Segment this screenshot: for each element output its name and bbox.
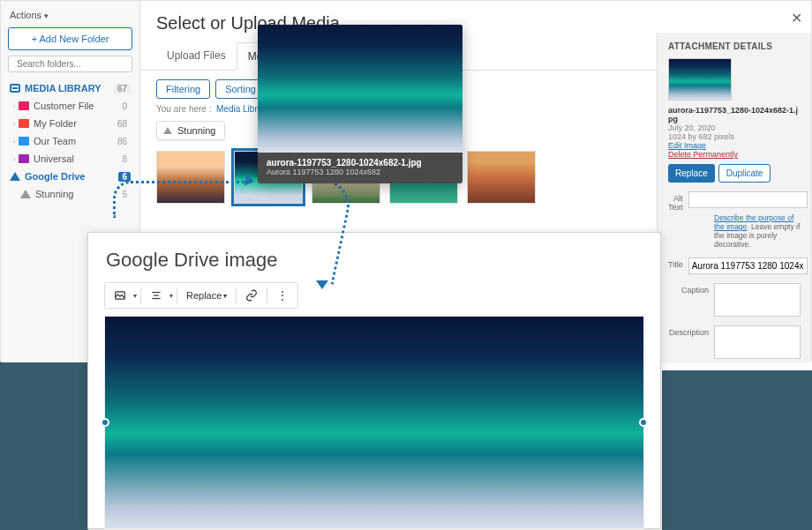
- replace-button[interactable]: Replace: [668, 164, 715, 183]
- attachment-dimensions: 1024 by 682 pixels: [668, 132, 801, 141]
- delete-permanently-link[interactable]: Delete Permanently: [668, 150, 801, 159]
- add-new-folder-button[interactable]: + Add New Folder: [8, 27, 132, 50]
- folder-icon: [19, 154, 29, 163]
- svg-rect-3: [152, 298, 160, 299]
- annotation-arrowhead-icon: [316, 280, 328, 289]
- folder-my-folder[interactable]: ›My Folder68: [8, 115, 132, 132]
- filtering-button[interactable]: Filtering: [156, 79, 210, 99]
- description-label: Description: [668, 325, 714, 337]
- folder-icon: [19, 137, 29, 146]
- block-toolbar: ▾ ▾ Replace ⋮: [104, 282, 298, 309]
- resize-handle-left[interactable]: [101, 418, 109, 427]
- media-thumbnail[interactable]: [156, 151, 225, 204]
- preview-filename: aurora-1197753_1280-1024x682-1.jpg: [267, 158, 454, 168]
- attachment-details-panel: ATTACHMENT DETAILS aurora-1197753_1280-1…: [657, 33, 811, 362]
- inserted-image[interactable]: [104, 316, 644, 529]
- resize-handle-right[interactable]: [639, 418, 648, 427]
- caption-label: Caption: [668, 283, 714, 295]
- tab-upload-files[interactable]: Upload Files: [156, 42, 237, 70]
- media-library-label: MEDIA LIBRARY: [25, 83, 102, 93]
- preview-image: [258, 25, 462, 153]
- svg-rect-1: [152, 292, 160, 293]
- folder-icon: [19, 101, 29, 110]
- attachment-details-heading: ATTACHMENT DETAILS: [668, 41, 801, 51]
- folder-customer-file[interactable]: ›Customer File0: [8, 97, 132, 115]
- folder-icon: [19, 119, 29, 128]
- link-button[interactable]: [240, 285, 263, 306]
- folder-stunning[interactable]: Stunning5: [8, 185, 132, 203]
- folder-universal[interactable]: ›Universal8: [8, 150, 132, 168]
- description-input[interactable]: [714, 325, 801, 359]
- google-drive-icon: [163, 127, 172, 134]
- media-library-root[interactable]: MEDIA LIBRARY 67: [8, 79, 132, 97]
- title-label: Title: [668, 258, 688, 269]
- google-drive-icon: [20, 190, 31, 198]
- title-input[interactable]: [688, 258, 808, 274]
- svg-rect-2: [154, 295, 159, 295]
- more-options-button[interactable]: ⋮: [271, 285, 294, 306]
- google-drive-icon: [10, 172, 20, 181]
- image-block-icon[interactable]: [109, 285, 132, 306]
- thumbnail-preview-tooltip: aurora-1197753_1280-1024x682-1.jpg Auror…: [258, 25, 462, 183]
- media-thumbnail[interactable]: [467, 151, 536, 204]
- media-library-count: 67: [114, 84, 131, 93]
- attachment-date: July 20, 2020: [668, 123, 801, 132]
- replace-image-dropdown[interactable]: Replace: [181, 290, 232, 301]
- close-icon[interactable]: ✕: [791, 10, 802, 26]
- block-editor-card: Google Drive image ▾ ▾ Replace ⋮: [87, 232, 661, 529]
- duplicate-button[interactable]: Duplicate: [718, 164, 771, 183]
- attachment-filename: aurora-1197753_1280-1024x682-1.jpg: [668, 106, 801, 123]
- edit-image-link[interactable]: Edit Image: [668, 141, 801, 150]
- alt-text-label: Alt Text: [668, 191, 688, 212]
- library-icon: [10, 84, 20, 93]
- folder-chip-stunning[interactable]: Stunning: [156, 121, 225, 140]
- folder-our-team[interactable]: ›Our Team86: [8, 132, 132, 150]
- align-button[interactable]: [145, 285, 168, 306]
- folder-tree: MEDIA LIBRARY 67 ›Customer File0 ›My Fol…: [8, 79, 132, 203]
- actions-dropdown[interactable]: Actions: [8, 6, 132, 27]
- caption-input[interactable]: [714, 283, 801, 317]
- folder-google-drive[interactable]: Google Drive6: [8, 168, 132, 185]
- editor-heading: Google Drive image: [88, 233, 660, 282]
- alt-text-input[interactable]: [688, 191, 808, 208]
- search-folders-field[interactable]: [17, 59, 129, 69]
- search-folders-input[interactable]: [8, 56, 132, 72]
- attachment-thumb: [668, 58, 732, 101]
- preview-title: Aurora 1197753 1280 1024x682: [267, 168, 454, 176]
